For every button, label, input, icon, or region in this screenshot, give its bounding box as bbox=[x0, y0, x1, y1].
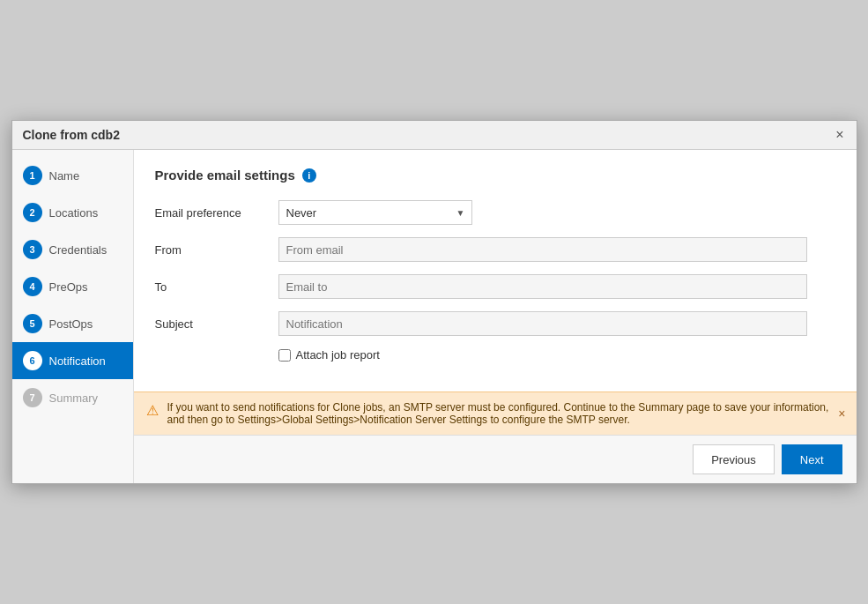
clone-dialog: Clone from cdb2 × 1 Name 2 Locations 3 C… bbox=[11, 120, 857, 484]
dialog-body: 1 Name 2 Locations 3 Credentials 4 PreOp… bbox=[12, 150, 857, 483]
content-area: Provide email settings i Email preferenc… bbox=[134, 150, 857, 391]
sidebar: 1 Name 2 Locations 3 Credentials 4 PreOp… bbox=[12, 150, 134, 483]
warning-icon: ⚠ bbox=[146, 402, 159, 419]
sidebar-label-notification: Notification bbox=[49, 354, 106, 368]
dialog-title: Clone from cdb2 bbox=[23, 128, 120, 142]
step-badge-6: 6 bbox=[23, 351, 42, 370]
attach-job-report-checkbox[interactable] bbox=[278, 349, 291, 362]
email-preference-select[interactable]: Never On Failure On Success Always bbox=[278, 200, 472, 225]
attach-job-report-label[interactable]: Attach job report bbox=[296, 348, 380, 362]
main-content: Provide email settings i Email preferenc… bbox=[134, 150, 857, 483]
sidebar-label-summary: Summary bbox=[49, 391, 99, 405]
to-row: To bbox=[155, 274, 835, 299]
from-input[interactable] bbox=[278, 237, 807, 262]
dialog-inner: Provide email settings i Email preferenc… bbox=[134, 150, 857, 435]
sidebar-item-notification[interactable]: 6 Notification bbox=[12, 342, 133, 379]
section-title-text: Provide email settings bbox=[155, 168, 295, 183]
step-badge-1: 1 bbox=[23, 166, 42, 185]
step-badge-7: 7 bbox=[23, 388, 42, 407]
to-label: To bbox=[155, 280, 278, 294]
sidebar-item-preops[interactable]: 4 PreOps bbox=[12, 268, 133, 305]
step-badge-2: 2 bbox=[23, 203, 42, 222]
info-icon[interactable]: i bbox=[302, 168, 316, 183]
to-input[interactable] bbox=[278, 274, 807, 299]
sidebar-label-credentials: Credentials bbox=[49, 243, 108, 257]
close-button[interactable]: × bbox=[834, 128, 845, 142]
email-preference-select-wrapper: Never On Failure On Success Always ▼ bbox=[278, 200, 472, 225]
previous-button[interactable]: Previous bbox=[693, 444, 775, 474]
sidebar-label-preops: PreOps bbox=[49, 280, 88, 294]
sidebar-label-postops: PostOps bbox=[49, 317, 93, 331]
sidebar-item-postops[interactable]: 5 PostOps bbox=[12, 305, 133, 342]
from-label: From bbox=[155, 243, 278, 257]
step-badge-3: 3 bbox=[23, 240, 42, 259]
footer: Previous Next bbox=[134, 435, 857, 483]
sidebar-item-name[interactable]: 1 Name bbox=[12, 157, 133, 194]
sidebar-item-credentials[interactable]: 3 Credentials bbox=[12, 231, 133, 268]
alert-message: If you want to send notifications for Cl… bbox=[167, 401, 844, 426]
subject-input[interactable] bbox=[278, 311, 807, 336]
alert-bar: ⚠ If you want to send notifications for … bbox=[134, 391, 857, 435]
sidebar-item-summary[interactable]: 7 Summary bbox=[12, 379, 133, 416]
alert-close-button[interactable]: × bbox=[838, 406, 845, 421]
subject-label: Subject bbox=[155, 317, 278, 331]
sidebar-label-name: Name bbox=[49, 169, 80, 183]
step-badge-5: 5 bbox=[23, 314, 42, 333]
sidebar-label-locations: Locations bbox=[49, 206, 99, 220]
subject-row: Subject bbox=[155, 311, 835, 336]
step-badge-4: 4 bbox=[23, 277, 42, 296]
from-row: From bbox=[155, 237, 835, 262]
next-button[interactable]: Next bbox=[782, 444, 842, 474]
section-heading: Provide email settings i bbox=[155, 168, 835, 183]
sidebar-item-locations[interactable]: 2 Locations bbox=[12, 194, 133, 231]
attach-job-report-row: Attach job report bbox=[155, 348, 835, 362]
email-preference-label: Email preference bbox=[155, 206, 278, 220]
dialog-titlebar: Clone from cdb2 × bbox=[12, 121, 857, 150]
email-preference-row: Email preference Never On Failure On Suc… bbox=[155, 200, 835, 225]
